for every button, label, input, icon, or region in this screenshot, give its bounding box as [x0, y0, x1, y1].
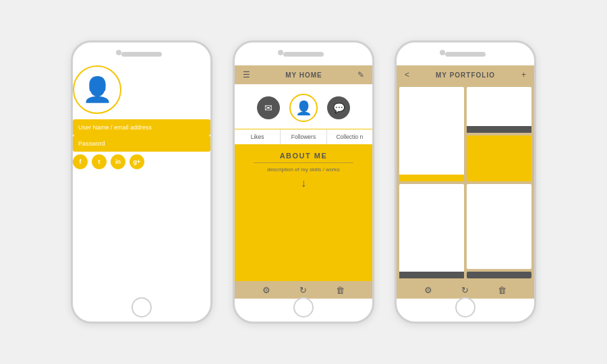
- phone-camera: [116, 50, 121, 55]
- portfolio-card-4[interactable]: [399, 184, 464, 278]
- home-screen: ☰ MY HOME ✎ ✉ 👤 💬 Likes: [235, 65, 372, 299]
- chat-icon: 💬: [333, 102, 345, 113]
- user-avatar-icon: 👤: [82, 78, 113, 102]
- chat-button[interactable]: 💬: [327, 96, 350, 119]
- linkedin-icon: in: [115, 158, 121, 165]
- phone-camera-2: [278, 50, 283, 55]
- portfolio-delete-icon[interactable]: 🗑: [498, 285, 507, 295]
- password-label: Password: [78, 140, 105, 147]
- about-description: description of my skills / works: [267, 166, 340, 173]
- about-section: ABOUT ME description of my skills / work…: [235, 145, 372, 281]
- username-label: User Name / email address: [78, 124, 152, 131]
- home-button[interactable]: [132, 297, 152, 317]
- home-button-2[interactable]: [293, 297, 314, 317]
- portfolio-screen: < MY PORTFOLIO +: [397, 65, 534, 299]
- about-divider: [254, 162, 353, 163]
- likes-label: Likes: [251, 133, 264, 140]
- phone-portfolio: < MY PORTFOLIO +: [395, 40, 536, 324]
- phone-home: ☰ MY HOME ✎ ✉ 👤 💬 Likes: [233, 40, 374, 324]
- google-icon: g+: [134, 158, 141, 165]
- profile-button[interactable]: 👤: [289, 94, 318, 122]
- message-icon: ✉: [264, 102, 272, 113]
- down-arrow-icon[interactable]: ↓: [301, 177, 306, 189]
- portfolio-right-col-2: [467, 184, 531, 278]
- refresh-icon[interactable]: ↻: [299, 285, 307, 295]
- collections-label: Collectio n: [336, 133, 363, 140]
- portfolio-footer: ⚙ ↻ 🗑: [397, 281, 534, 299]
- portfolio-title: MY PORTFOLIO: [436, 71, 495, 79]
- portfolio-card-3[interactable]: [467, 135, 531, 181]
- avatar-circle: 👤: [73, 65, 121, 114]
- twitter-button[interactable]: t: [92, 154, 107, 169]
- portfolio-settings-icon[interactable]: ⚙: [424, 285, 432, 295]
- portfolio-right-col: [467, 87, 531, 181]
- portfolio-card-bar: [467, 272, 531, 278]
- profile-icons-row: ✉ 👤 💬: [257, 84, 350, 129]
- followers-stat[interactable]: Followers: [281, 129, 326, 144]
- stats-row: Likes Followers Collectio n: [235, 129, 372, 145]
- back-icon[interactable]: <: [405, 70, 409, 80]
- phone-login: 👤 User Name / email address Password f t…: [71, 40, 212, 324]
- login-screen: 👤 User Name / email address Password f t…: [73, 65, 210, 299]
- about-title: ABOUT ME: [280, 152, 328, 160]
- delete-icon[interactable]: 🗑: [336, 285, 345, 295]
- likes-stat[interactable]: Likes: [235, 129, 281, 144]
- edit-icon[interactable]: ✎: [357, 70, 364, 80]
- portfolio-grid: [397, 84, 534, 281]
- portfolio-row-1: [399, 87, 531, 181]
- google-button[interactable]: g+: [129, 154, 144, 169]
- facebook-button[interactable]: f: [73, 154, 88, 169]
- portfolio-header: < MY PORTFOLIO +: [397, 65, 534, 84]
- portfolio-row-2: [399, 184, 531, 278]
- phone-camera-3: [440, 50, 445, 55]
- followers-label: Followers: [291, 133, 316, 140]
- collections-stat[interactable]: Collectio n: [327, 129, 372, 144]
- settings-icon[interactable]: ⚙: [262, 285, 270, 295]
- home-footer: ⚙ ↻ 🗑: [235, 281, 372, 299]
- twitter-icon: t: [98, 158, 100, 165]
- home-button-3[interactable]: [455, 297, 475, 317]
- social-icons-row: f t in g+: [73, 154, 210, 169]
- portfolio-card-2[interactable]: [467, 87, 531, 133]
- password-field[interactable]: Password: [73, 135, 210, 152]
- home-title: MY HOME: [285, 71, 322, 79]
- portfolio-card-1[interactable]: [399, 87, 464, 181]
- profile-icon: 👤: [295, 100, 312, 116]
- home-content: ✉ 👤 💬 Likes Followers Collectio n: [235, 84, 372, 281]
- menu-icon[interactable]: ☰: [243, 70, 250, 80]
- username-field[interactable]: User Name / email address: [73, 119, 210, 135]
- home-header: ☰ MY HOME ✎: [235, 65, 372, 84]
- add-icon[interactable]: +: [521, 70, 526, 80]
- facebook-icon: f: [80, 158, 82, 165]
- portfolio-card-5[interactable]: [467, 184, 531, 269]
- linkedin-button[interactable]: in: [111, 154, 125, 169]
- message-button[interactable]: ✉: [257, 96, 280, 119]
- portfolio-refresh-icon[interactable]: ↻: [461, 285, 469, 295]
